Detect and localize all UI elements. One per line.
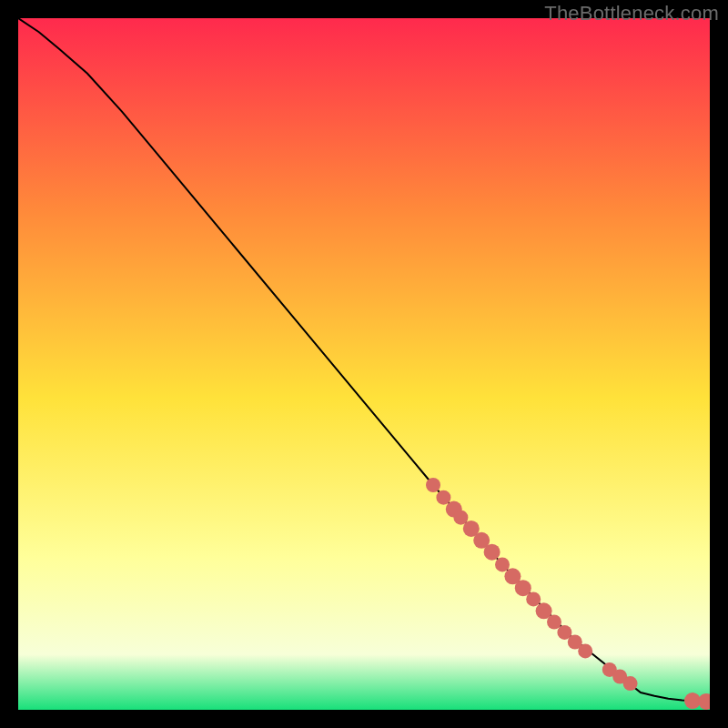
data-marker (436, 490, 450, 505)
data-marker (426, 478, 440, 492)
chart-area (18, 18, 710, 710)
gradient-background (18, 18, 710, 710)
chart-svg (18, 18, 710, 710)
stage: TheBottleneck.com (0, 0, 728, 728)
data-marker (526, 592, 541, 606)
watermark-text: TheBottleneck.com (544, 2, 719, 25)
data-marker (623, 676, 638, 691)
data-marker (484, 544, 500, 561)
data-marker (495, 557, 510, 571)
data-marker (578, 643, 592, 658)
data-marker (547, 615, 561, 630)
